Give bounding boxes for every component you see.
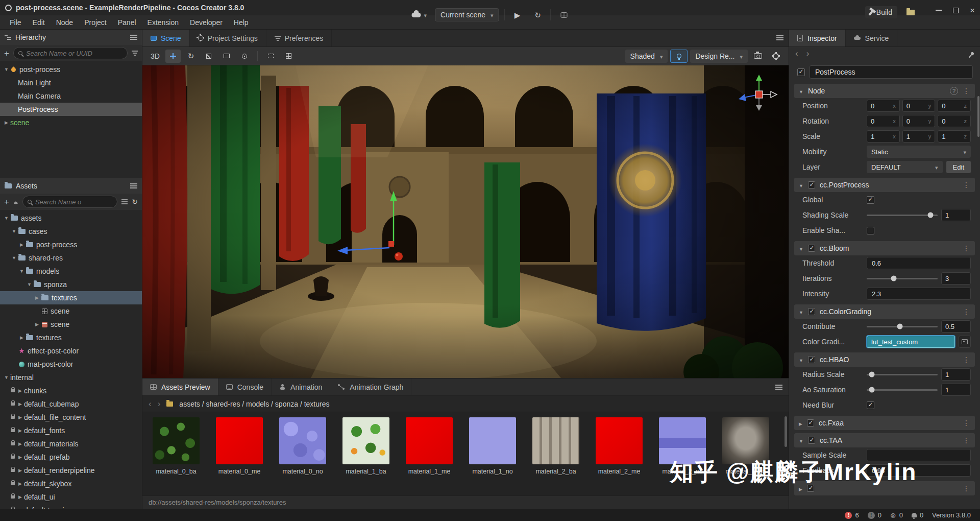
caret-icon[interactable]: ▶ — [16, 494, 24, 500]
menu-help[interactable]: Help — [228, 15, 254, 30]
position-z-field[interactable]: 0z — [938, 100, 971, 112]
iterations-field[interactable]: 3 — [941, 272, 971, 285]
tab-animation-graph[interactable]: Animation Graph — [330, 378, 411, 395]
rotation-y-field[interactable]: 0y — [902, 115, 936, 127]
layer-edit-button[interactable]: Edit — [946, 161, 971, 173]
layer-dropdown[interactable]: DEFAULT — [867, 161, 943, 173]
tree-item-post-process[interactable]: ▼post-process — [0, 63, 142, 76]
caret-icon[interactable]: ▶ — [16, 428, 24, 433]
tree-item-default_ui[interactable]: ▶default_ui — [0, 490, 142, 504]
caret-icon[interactable]: ▶ — [3, 120, 10, 125]
tree-item-assets[interactable]: ▼assets — [0, 211, 142, 225]
cleared-counter[interactable]: ⊗ 0 — [890, 511, 903, 519]
tree-item-default_materials[interactable]: ▶default_materials — [0, 437, 142, 451]
caret-icon[interactable]: ▶ — [16, 441, 24, 446]
caret-icon[interactable]: ▶ — [16, 401, 24, 407]
snap-rect-button[interactable] — [263, 50, 278, 63]
node-section-header[interactable]: Node ? ⋮ — [794, 84, 975, 98]
rotation-z-field[interactable]: 0z — [938, 115, 971, 127]
tree-item-default-terrain[interactable]: ▶default-terrain — [0, 504, 142, 509]
ao-saturation-slider[interactable] — [867, 384, 938, 396]
forward-icon[interactable]: › — [158, 399, 161, 408]
gizmo-mode-dropdown[interactable]: Design Re... — [690, 50, 748, 63]
tree-item-effect-post-color[interactable]: effect-post-color — [0, 344, 142, 358]
color-gradient-asset-field[interactable]: lut_test_custom — [867, 336, 955, 348]
section-menu-icon[interactable]: ⋮ — [963, 181, 970, 189]
tree-item-cases[interactable]: ▼cases — [0, 225, 142, 238]
asset-thumbnail-material_1_me[interactable]: material_1_me — [404, 417, 455, 495]
tree-item-shared-res[interactable]: ▼shared-res — [0, 251, 142, 265]
asset-thumbnail-material_2_ba[interactable]: material_2_ba — [530, 417, 581, 495]
caret-icon[interactable]: ▼ — [10, 255, 18, 260]
postprocess-section-header[interactable]: cc.PostProcess ⋮ — [794, 178, 975, 192]
component-enabled-checkbox[interactable] — [807, 419, 814, 427]
assets-list-toggle-icon[interactable] — [121, 199, 128, 204]
rotation-x-field[interactable]: 0x — [867, 115, 900, 127]
caret-icon[interactable]: ▼ — [26, 282, 33, 287]
tree-item-textures[interactable]: ▶textures — [0, 331, 142, 344]
hierarchy-search-input[interactable] — [26, 50, 122, 57]
caret-icon[interactable]: ▼ — [3, 216, 10, 221]
pivot-tool-button[interactable] — [237, 50, 252, 63]
section-menu-icon[interactable]: ⋮ — [963, 87, 970, 95]
caret-icon[interactable]: ▶ — [18, 335, 26, 340]
play-button[interactable]: ▶ — [510, 8, 525, 22]
asset-thumbnail-material_1_ba[interactable]: material_1_ba — [340, 417, 391, 495]
back-icon[interactable]: ‹ — [149, 399, 152, 408]
rotate-tool-button[interactable]: ↻ — [183, 50, 199, 63]
caret-icon[interactable] — [799, 436, 803, 444]
shading-scale-field[interactable]: 1 — [941, 209, 971, 221]
tab-inspector[interactable]: Inspector — [789, 30, 846, 46]
component-enabled-checkbox[interactable] — [808, 437, 815, 444]
caret-icon[interactable]: ▶ — [16, 415, 24, 420]
caret-icon[interactable]: ▼ — [3, 375, 10, 380]
3d-scene-render[interactable] — [142, 65, 789, 378]
asset-thumbnail-material_0_me[interactable]: material_0_me — [214, 417, 265, 495]
caret-icon[interactable] — [799, 307, 803, 316]
asset-thumbnail-material_3_ba[interactable]: material_3_ba — [720, 417, 771, 495]
iterations-slider[interactable] — [867, 272, 938, 285]
intensity-field[interactable]: 2.3 — [867, 288, 971, 300]
sample-scale-field[interactable] — [867, 449, 971, 461]
caret-icon[interactable] — [799, 419, 802, 427]
bloom-section-header[interactable]: cc.Bloom ⋮ — [794, 241, 975, 255]
component-enabled-checkbox[interactable] — [807, 485, 814, 492]
tree-item-PostProcess[interactable]: PostProcess — [0, 103, 142, 116]
component-enabled-checkbox[interactable] — [808, 356, 815, 363]
scene-settings-button[interactable] — [768, 50, 783, 63]
section-menu-icon[interactable]: ⋮ — [963, 436, 970, 444]
component-enabled-checkbox[interactable] — [808, 245, 815, 252]
hierarchy-filter-icon[interactable] — [132, 51, 138, 56]
caret-icon[interactable]: ▶ — [16, 481, 24, 486]
close-icon[interactable]: × — [970, 6, 975, 15]
caret-icon[interactable]: ▼ — [18, 269, 26, 274]
caret-icon[interactable]: ▶ — [33, 295, 41, 300]
tree-item-default_fonts[interactable]: ▶default_fonts — [0, 424, 142, 437]
add-asset-button[interactable]: + — [4, 198, 9, 206]
caret-icon[interactable] — [799, 87, 803, 95]
texture-picker-button[interactable] — [959, 336, 971, 348]
tree-item-default_cubemap[interactable]: ▶default_cubemap — [0, 397, 142, 411]
tree-item-sponza[interactable]: ▼sponza — [0, 278, 142, 291]
component-enabled-checkbox[interactable] — [808, 308, 815, 315]
maximize-icon[interactable] — [953, 8, 959, 13]
caret-icon[interactable] — [799, 356, 803, 364]
tree-item-mat-post-color[interactable]: mat-post-color — [0, 358, 142, 371]
tab-assets-preview[interactable]: Assets Preview — [142, 378, 218, 395]
tree-item-default_file_content[interactable]: ▶default_file_content — [0, 411, 142, 424]
shading-mode-dropdown[interactable]: Shaded — [625, 50, 668, 63]
menu-panel[interactable]: Panel — [112, 15, 142, 30]
tree-item-default_renderpipeline[interactable]: ▶default_renderpipeline — [0, 464, 142, 477]
radius-scale-field[interactable]: 1 — [941, 368, 971, 381]
position-x-field[interactable]: 0x — [867, 100, 900, 112]
section-menu-icon[interactable]: ⋮ — [963, 307, 970, 316]
tree-item-models[interactable]: ▼models — [0, 265, 142, 278]
caret-icon[interactable]: ▶ — [33, 322, 41, 327]
open-project-folder-icon[interactable] — [906, 10, 915, 15]
taa-section-header[interactable]: cc.TAA ⋮ — [794, 433, 975, 447]
notification-counter[interactable]: 0 — [912, 511, 923, 519]
menu-node[interactable]: Node — [51, 15, 79, 30]
breadcrumb[interactable]: assets / shared-res / models / sponza / … — [179, 400, 329, 408]
caret-icon[interactable] — [799, 244, 803, 252]
restart-button[interactable]: ↻ — [530, 8, 546, 22]
